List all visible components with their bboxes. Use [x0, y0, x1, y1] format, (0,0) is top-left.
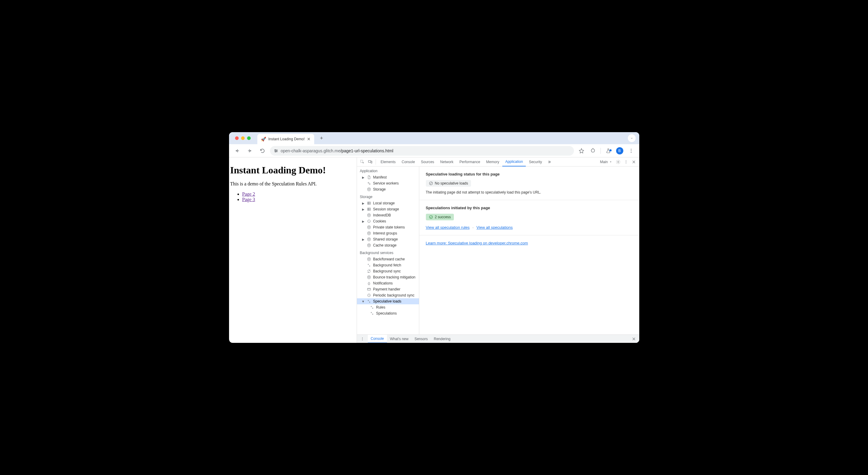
sidebar-item-label: Service workers: [373, 181, 399, 185]
browser-tab[interactable]: 🚀 Instant Loading Demo! ✕: [257, 134, 314, 144]
drawer-tab-sensors[interactable]: Sensors: [411, 335, 431, 343]
db-icon: [367, 257, 371, 261]
drawer-tab-rendering[interactable]: Rendering: [431, 335, 453, 343]
window-minimize-button[interactable]: [241, 136, 245, 140]
devtools-tab-memory[interactable]: Memory: [483, 157, 502, 167]
devtools-tab-elements[interactable]: Elements: [378, 157, 399, 167]
devtools-close-button[interactable]: [630, 158, 638, 166]
triangle-right-icon: ▶: [362, 176, 365, 179]
db-icon: [367, 237, 371, 241]
tab-overflow-button[interactable]: [628, 134, 636, 142]
devtools-menu-button[interactable]: [622, 158, 630, 166]
sidebar-item-interest-groups[interactable]: Interest groups: [357, 230, 419, 236]
sidebar-item-local-storage[interactable]: ▶Local storage: [357, 200, 419, 206]
devtools-body: Application▶ManifestService workersStora…: [357, 167, 639, 334]
sidebar-item-private-state-tokens[interactable]: Private state tokens: [357, 224, 419, 230]
learn-more-link[interactable]: Learn more: Speculative loading on devel…: [426, 241, 528, 245]
window-maximize-button[interactable]: [247, 136, 251, 140]
view-speculations-link[interactable]: View all speculations: [476, 225, 513, 230]
gear-icon: [616, 159, 621, 165]
gears-icon: [367, 181, 371, 185]
sidebar-item-bounce-tracking-mitigation[interactable]: Bounce tracking mitigation: [357, 274, 419, 280]
device-toolbar-button[interactable]: [367, 158, 374, 166]
devtools-tab-application[interactable]: Application: [502, 157, 526, 167]
toolbar-actions: B: [576, 146, 636, 156]
close-icon: [632, 337, 636, 341]
drawer-tab-console[interactable]: Console: [368, 335, 387, 343]
extensions-button[interactable]: [588, 146, 598, 156]
content-area: Instant Loading Demo! This is a demo of …: [229, 157, 639, 343]
sidebar-item-background-sync[interactable]: Background sync: [357, 268, 419, 274]
sidebar-item-notifications[interactable]: Notifications: [357, 280, 419, 286]
sidebar-item-service-workers[interactable]: Service workers: [357, 180, 419, 186]
sidebar-item-rules[interactable]: Rules: [357, 304, 419, 310]
sidebar-item-label: Speculations: [376, 311, 397, 316]
forward-button[interactable]: [245, 146, 255, 156]
drawer-menu-button[interactable]: [359, 335, 366, 343]
svg-point-14: [369, 184, 370, 185]
status-badge: No speculative loads: [426, 180, 471, 187]
profile-button[interactable]: B: [615, 146, 625, 156]
dot-separator: ·: [472, 225, 474, 230]
sidebar-item-label: Periodic background sync: [373, 293, 414, 297]
devtools-tab-network[interactable]: Network: [437, 157, 457, 167]
svg-rect-29: [367, 288, 371, 291]
sidebar-item-label: Payment handler: [373, 287, 401, 291]
svg-point-13: [368, 182, 369, 184]
sidebar-item-storage[interactable]: Storage: [357, 186, 419, 192]
sidebar-item-cache-storage[interactable]: Cache storage: [357, 242, 419, 248]
triangle-down-icon: [609, 160, 612, 164]
reload-button[interactable]: [257, 146, 268, 156]
drawer-tab-what-s-new[interactable]: What's new: [387, 335, 412, 343]
sidebar-item-manifest[interactable]: ▶Manifest: [357, 174, 419, 180]
sidebar-item-speculative-loads[interactable]: ▼Speculative loads: [357, 298, 419, 304]
svg-point-4: [630, 150, 631, 151]
devtools-tab-performance[interactable]: Performance: [457, 157, 483, 167]
bookmark-button[interactable]: [576, 146, 587, 156]
application-sidebar: Application▶ManifestService workersStora…: [357, 167, 419, 334]
sidebar-item-label: Background sync: [373, 269, 401, 273]
window-close-button[interactable]: [235, 136, 239, 140]
labs-button[interactable]: [603, 146, 613, 156]
sidebar-item-shared-storage[interactable]: ▶Shared storage: [357, 236, 419, 242]
more-tabs-button[interactable]: [546, 158, 553, 166]
sidebar-item-label: Rules: [376, 305, 385, 309]
frame-selector[interactable]: Main: [598, 160, 614, 164]
back-button[interactable]: [232, 146, 242, 156]
tab-close-button[interactable]: ✕: [307, 137, 311, 142]
view-rules-link[interactable]: View all speculation rules: [426, 225, 470, 230]
browser-menu-button[interactable]: [626, 146, 636, 156]
sidebar-item-background-fetch[interactable]: Background fetch: [357, 262, 419, 268]
card-icon: [367, 287, 371, 291]
address-bar[interactable]: open-chalk-asparagus.glitch.me/page1-url…: [270, 146, 574, 156]
svg-point-0: [275, 149, 276, 150]
new-tab-button[interactable]: +: [317, 134, 326, 142]
kebab-icon: [628, 148, 634, 153]
page-link[interactable]: Page 3: [242, 197, 255, 202]
devtools-tab-security[interactable]: Security: [526, 157, 545, 167]
sidebar-item-indexeddb[interactable]: IndexedDB: [357, 212, 419, 218]
inspect-element-button[interactable]: [359, 158, 366, 166]
svg-rect-17: [368, 208, 370, 210]
application-main: Speculative loading status for this page…: [419, 167, 639, 334]
svg-point-25: [368, 238, 370, 239]
updown-icon: [367, 299, 371, 303]
sidebar-item-label: Notifications: [373, 281, 393, 285]
sidebar-item-periodic-background-sync[interactable]: Periodic background sync: [357, 292, 419, 298]
db-icon: [367, 275, 371, 279]
db-icon: [367, 243, 371, 247]
sidebar-item-session-storage[interactable]: ▶Session storage: [357, 206, 419, 212]
sidebar-section-title: Storage: [357, 192, 419, 200]
devtools-tab-console[interactable]: Console: [399, 157, 418, 167]
page-link[interactable]: Page 2: [242, 191, 255, 197]
drawer-close-button[interactable]: [630, 335, 638, 343]
avatar: B: [616, 147, 623, 154]
sidebar-item-speculations[interactable]: Speculations: [357, 310, 419, 316]
updown-icon: [370, 305, 374, 309]
sidebar-item-payment-handler[interactable]: Payment handler: [357, 286, 419, 292]
sidebar-item-cookies[interactable]: ▶Cookies: [357, 218, 419, 224]
triangle-right-icon: ▶: [362, 208, 365, 211]
devtools-tab-sources[interactable]: Sources: [418, 157, 437, 167]
devtools-settings-button[interactable]: [615, 158, 622, 166]
sidebar-item-back-forward-cache[interactable]: Back/forward cache: [357, 256, 419, 262]
